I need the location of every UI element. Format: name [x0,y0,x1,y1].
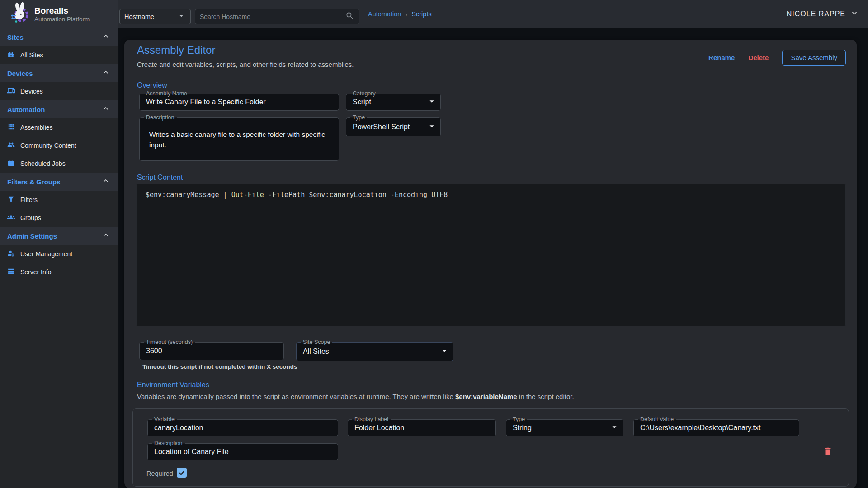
chevron-up-icon [101,104,110,115]
variable-description-field[interactable]: Description Location of Canary File [147,443,338,460]
timeout-helper-text: Timeout this script if not completed wit… [142,363,297,370]
groups-icon [7,213,15,223]
display-label-field[interactable]: Display Label Folder Location [348,419,496,436]
chevron-down-icon [850,9,859,19]
sidebar-section-admin-settings[interactable]: Admin Settings [0,227,118,245]
dropdown-arrow-icon [439,346,449,357]
sidebar-item-filters[interactable]: Filters [0,191,118,209]
search-icon [345,11,354,22]
sidebar-section-automation[interactable]: Automation [0,100,118,118]
page-title: Assembly Editor [137,44,215,56]
hostname-select[interactable]: Hostname [119,9,191,24]
script-content-heading: Script Content [137,174,183,182]
manage-accounts-icon [7,249,15,259]
dropdown-arrow-icon [427,121,437,133]
required-label: Required [146,470,173,477]
environment-variables-description: Variables are dynamically passed into th… [137,393,574,400]
people-icon [7,141,15,150]
sidebar-item-devices[interactable]: Devices [0,82,118,100]
required-checkbox[interactable] [177,468,187,478]
breadcrumb-automation[interactable]: Automation [368,10,401,18]
apartment-icon [7,51,15,60]
user-name: NICOLE RAPPE [787,10,845,18]
sidebar-item-assemblies[interactable]: Assemblies [0,118,118,136]
sidebar: Borealis Automation Platform Sites All S… [0,0,118,488]
search-box [195,9,359,24]
variable-name-field[interactable]: Variable canaryLocation [147,419,338,436]
default-value-field[interactable]: Default Value C:\Users\example\Desktop\C… [633,419,799,436]
script-code-line: $env:canaryMessage | Out-File -FilePath … [146,191,836,199]
category-select[interactable]: Category Script [346,94,441,111]
sidebar-item-community-content[interactable]: Community Content [0,136,118,155]
environment-variable-card: Variable canaryLocation Display Label Fo… [132,408,849,487]
filter-icon [7,195,15,205]
brand-name: Borealis [34,6,90,16]
sidebar-filler [0,281,118,488]
chevron-up-icon [101,32,110,42]
brand-block: Borealis Automation Platform [34,6,90,23]
sidebar-item-groups[interactable]: Groups [0,209,118,227]
devices-icon [7,87,15,96]
save-assembly-button[interactable]: Save Assembly [782,50,846,66]
borealis-logo-icon [10,2,29,26]
delete-button[interactable]: Delete [748,54,769,61]
delete-variable-button[interactable] [822,446,834,458]
overview-heading: Overview [137,81,167,89]
storage-icon [7,267,15,277]
user-menu[interactable]: NICOLE RAPPE [787,0,859,28]
search-input[interactable] [200,13,345,20]
checkmark-icon [178,469,186,477]
apps-icon [7,123,15,132]
sidebar-item-all-sites[interactable]: All Sites [0,46,118,64]
breadcrumb-scripts[interactable]: Scripts [411,10,431,18]
sidebar-section-sites[interactable]: Sites [0,28,118,46]
dropdown-arrow-icon [177,11,186,22]
variable-type-select[interactable]: Type String [506,419,623,436]
sidebar-logo-row: Borealis Automation Platform [0,0,118,28]
briefcase-icon [7,159,15,169]
type-select[interactable]: Type PowerShell Script [346,117,441,136]
sidebar-item-server-info[interactable]: Server Info [0,263,118,281]
chevron-up-icon [101,176,110,187]
chevron-up-icon [101,68,110,79]
site-scope-select[interactable]: Site Scope All Sites [296,342,453,361]
assembly-name-field[interactable]: Assembly Name Write Canary File to a Spe… [139,94,339,111]
dropdown-arrow-icon [609,422,619,434]
dropdown-arrow-icon [427,96,437,108]
editor-actions: Rename Delete Save Assembly [708,50,846,66]
breadcrumb-separator: › [405,10,407,18]
sidebar-section-filters-groups[interactable]: Filters & Groups [0,173,118,191]
timeout-field[interactable]: Timeout (seconds) 3600 [139,342,284,360]
hostname-select-value: Hostname [124,13,177,20]
environment-variables-heading: Environment Variables [137,381,209,389]
trash-icon [823,446,833,457]
page-subtitle: Create and edit variables, scripts, and … [137,61,354,68]
sidebar-section-devices[interactable]: Devices [0,64,118,82]
breadcrumb: Automation › Scripts [368,0,432,28]
script-code-editor[interactable]: $env:canaryMessage | Out-File -FilePath … [136,184,846,326]
rename-button[interactable]: Rename [708,54,735,61]
chevron-up-icon [101,230,110,241]
description-field[interactable]: Description Writes a basic canary file t… [139,117,339,161]
brand-subtitle: Automation Platform [34,16,90,23]
assembly-editor-panel: Assembly Editor Create and edit variable… [124,40,857,488]
sidebar-item-user-management[interactable]: User Management [0,245,118,263]
topbar: Hostname Automation › Scripts NICOLE RAP… [118,0,868,28]
sidebar-item-scheduled-jobs[interactable]: Scheduled Jobs [0,155,118,173]
app-root: Hostname Automation › Scripts NICOLE RAP… [0,0,868,488]
